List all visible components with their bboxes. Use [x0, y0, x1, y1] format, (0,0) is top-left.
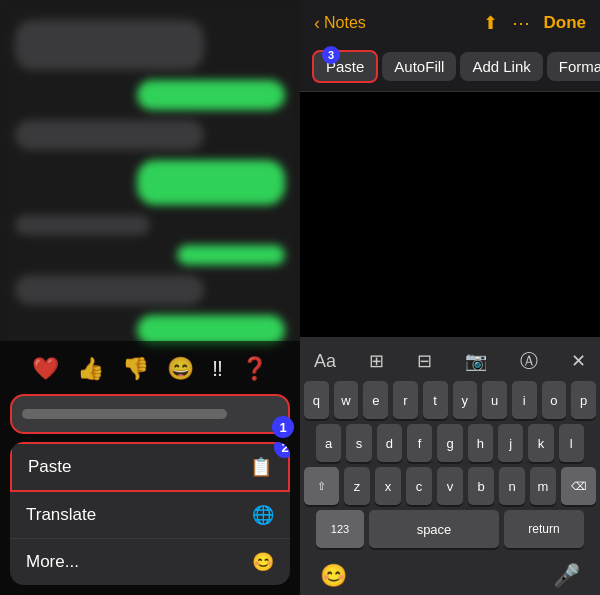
right-panel: ‹ Notes ⬆ ⋯ Done 3 Paste AutoFill Add Li…	[300, 0, 600, 595]
key-r[interactable]: r	[393, 381, 418, 419]
key-z[interactable]: z	[344, 467, 370, 505]
reaction-row: ❤️ 👍 👎 😄 ‼️ ❓	[10, 356, 290, 382]
reaction-heart[interactable]: ❤️	[32, 356, 59, 382]
notes-header-actions: ⬆ ⋯ Done	[483, 12, 587, 34]
keyboard-row-3: ⇧ z x c v b n m ⌫	[304, 467, 596, 505]
share-icon[interactable]: ⬆	[483, 12, 498, 34]
keyboard-area: Aa ⊞ ⊟ 📷 Ⓐ ✕ q w e r t y u i o p a s d f…	[300, 337, 600, 557]
space-key[interactable]: space	[369, 510, 499, 548]
notes-back-label: Notes	[324, 14, 366, 32]
key-k[interactable]: k	[528, 424, 553, 462]
key-e[interactable]: e	[363, 381, 388, 419]
key-g[interactable]: g	[437, 424, 462, 462]
key-l[interactable]: l	[559, 424, 584, 462]
key-i[interactable]: i	[512, 381, 537, 419]
table-icon[interactable]: ⊟	[417, 350, 432, 372]
key-o[interactable]: o	[542, 381, 567, 419]
shift-key[interactable]: ⇧	[304, 467, 339, 505]
format-icon[interactable]: ⊞	[369, 350, 384, 372]
copy-menu-item[interactable]: Paste 📋 2	[10, 442, 290, 492]
key-b[interactable]: b	[468, 467, 494, 505]
mic-button[interactable]: 🎤	[553, 563, 580, 589]
key-u[interactable]: u	[482, 381, 507, 419]
notes-header: ‹ Notes ⬆ ⋯ Done	[300, 0, 600, 42]
context-menu-items: Paste 📋 2 Translate 🌐 More... 😊	[10, 442, 290, 585]
key-t[interactable]: t	[423, 381, 448, 419]
key-m[interactable]: m	[530, 467, 556, 505]
numbers-key[interactable]: 123	[316, 510, 364, 548]
keyboard-row-1: q w e r t y u i o p	[304, 381, 596, 419]
translate-menu-item[interactable]: Translate 🌐	[10, 492, 290, 539]
translate-icon: 🌐	[252, 504, 274, 526]
return-key[interactable]: return	[504, 510, 584, 548]
key-y[interactable]: y	[453, 381, 478, 419]
delete-key[interactable]: ⌫	[561, 467, 596, 505]
font-size-icon[interactable]: Aa	[314, 351, 336, 372]
chat-bubble-received	[15, 20, 204, 70]
keyboard-row-4: 123 space return	[304, 510, 596, 548]
keyboard-dismiss-icon[interactable]: ✕	[571, 350, 586, 372]
done-button[interactable]: Done	[544, 13, 587, 33]
reaction-haha[interactable]: 😄	[167, 356, 194, 382]
notes-toolbar: 3 Paste AutoFill Add Link Format	[300, 42, 600, 92]
back-arrow-icon: ‹	[314, 13, 320, 34]
context-menu-overlay: ❤️ 👍 👎 😄 ‼️ ❓ 1 Paste 📋 2 Translate 🌐	[0, 341, 300, 595]
key-v[interactable]: v	[437, 467, 463, 505]
reaction-thumbsup[interactable]: 👍	[77, 356, 104, 382]
keyboard-toolbar: Aa ⊞ ⊟ 📷 Ⓐ ✕	[304, 345, 596, 381]
key-s[interactable]: s	[346, 424, 371, 462]
notes-back-button[interactable]: ‹ Notes	[314, 13, 366, 34]
chat-bubble-received-2	[15, 120, 204, 150]
keyboard-row-2: a s d f g h j k l	[304, 424, 596, 462]
key-x[interactable]: x	[375, 467, 401, 505]
more-menu-item[interactable]: More... 😊	[10, 539, 290, 585]
more-label: More...	[26, 552, 79, 572]
reaction-exclaim[interactable]: ‼️	[212, 356, 223, 382]
add-link-button[interactable]: Add Link	[460, 52, 542, 81]
selected-message-box: 1	[10, 394, 290, 434]
badge-1: 1	[272, 416, 294, 438]
key-p[interactable]: p	[571, 381, 596, 419]
reaction-thumbsdown[interactable]: 👎	[122, 356, 149, 382]
emoji-button[interactable]: 😊	[320, 563, 347, 589]
key-d[interactable]: d	[377, 424, 402, 462]
key-n[interactable]: n	[499, 467, 525, 505]
chat-bubble-sent-3	[177, 245, 285, 265]
translate-label: Translate	[26, 505, 96, 525]
format-button[interactable]: Format	[547, 52, 600, 81]
chat-bubble-received-4	[15, 275, 204, 305]
chat-bubble-sent	[137, 80, 286, 110]
key-j[interactable]: j	[498, 424, 523, 462]
reaction-question[interactable]: ❓	[241, 356, 268, 382]
key-h[interactable]: h	[468, 424, 493, 462]
copy-icon: 📋	[250, 456, 272, 478]
key-q[interactable]: q	[304, 381, 329, 419]
bottom-bar: 😊 🎤	[300, 557, 600, 595]
camera-icon[interactable]: 📷	[465, 350, 487, 372]
left-panel: ❤️ 👍 👎 😄 ‼️ ❓ 1 Paste 📋 2 Translate 🌐	[0, 0, 300, 595]
autofill-button[interactable]: AutoFill	[382, 52, 456, 81]
notes-content-area[interactable]	[300, 92, 600, 337]
key-a[interactable]: a	[316, 424, 341, 462]
badge-2: 2	[274, 442, 290, 458]
selected-message-text	[22, 409, 227, 419]
more-icon: 😊	[252, 551, 274, 573]
more-options-icon[interactable]: ⋯	[512, 12, 530, 34]
key-f[interactable]: f	[407, 424, 432, 462]
chat-bubble-sent-2	[137, 160, 286, 205]
chat-bubble-received-3	[15, 215, 150, 235]
copy-label: Paste	[28, 457, 71, 477]
key-w[interactable]: w	[334, 381, 359, 419]
pencil-icon[interactable]: Ⓐ	[520, 349, 538, 373]
key-c[interactable]: c	[406, 467, 432, 505]
badge-3: 3	[322, 46, 340, 64]
